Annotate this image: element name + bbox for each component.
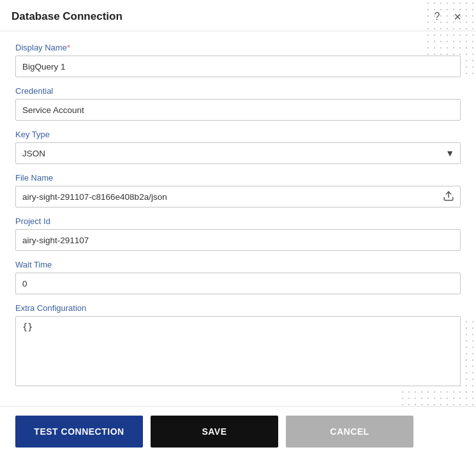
credential-label: Credential xyxy=(15,86,461,96)
key-type-select[interactable]: JSON P12 Other xyxy=(15,142,461,164)
upload-icon-button[interactable] xyxy=(440,189,457,205)
file-name-input-wrapper xyxy=(15,186,461,207)
dialog-footer: TEST CONNECTION SAVE CANCEL xyxy=(0,406,476,459)
wait-time-label: Wait Time xyxy=(15,260,461,269)
dialog-title: Database Connection xyxy=(11,10,123,23)
help-icon-button[interactable]: ? xyxy=(431,10,443,23)
extra-config-label: Extra Configuration xyxy=(15,303,461,313)
extra-config-field-group: Extra Configuration {} xyxy=(15,303,461,389)
credential-field-group: Credential xyxy=(15,86,461,121)
display-name-input[interactable] xyxy=(15,56,461,77)
key-type-label: Key Type xyxy=(15,130,461,139)
credential-input[interactable] xyxy=(15,99,461,121)
display-name-field-group: Display Name* xyxy=(15,43,461,77)
display-name-label: Display Name* xyxy=(15,43,461,52)
key-type-field-group: Key Type JSON P12 Other ▼ xyxy=(15,130,461,164)
close-icon-button[interactable]: × xyxy=(450,9,465,24)
cancel-button[interactable]: CANCEL xyxy=(286,416,413,448)
save-button[interactable]: SAVE xyxy=(151,416,278,448)
dialog-body: Display Name* Credential Key Type JSON P… xyxy=(0,31,476,406)
project-id-input[interactable] xyxy=(15,229,461,251)
header-icons: ? × xyxy=(431,9,465,24)
project-id-field-group: Project Id xyxy=(15,216,461,251)
extra-config-textarea[interactable]: {} xyxy=(15,316,461,386)
file-name-label: File Name xyxy=(15,173,461,183)
database-connection-dialog: Database Connection ? × Display Name* Cr… xyxy=(0,0,476,459)
test-connection-button[interactable]: TEST CONNECTION xyxy=(15,416,143,448)
file-name-field-group: File Name xyxy=(15,173,461,207)
wait-time-field-group: Wait Time xyxy=(15,260,461,294)
key-type-select-wrapper: JSON P12 Other ▼ xyxy=(15,142,461,164)
project-id-label: Project Id xyxy=(15,216,461,226)
wait-time-input[interactable] xyxy=(15,273,461,294)
dialog-header: Database Connection ? × xyxy=(0,0,476,31)
file-name-input[interactable] xyxy=(15,186,461,207)
